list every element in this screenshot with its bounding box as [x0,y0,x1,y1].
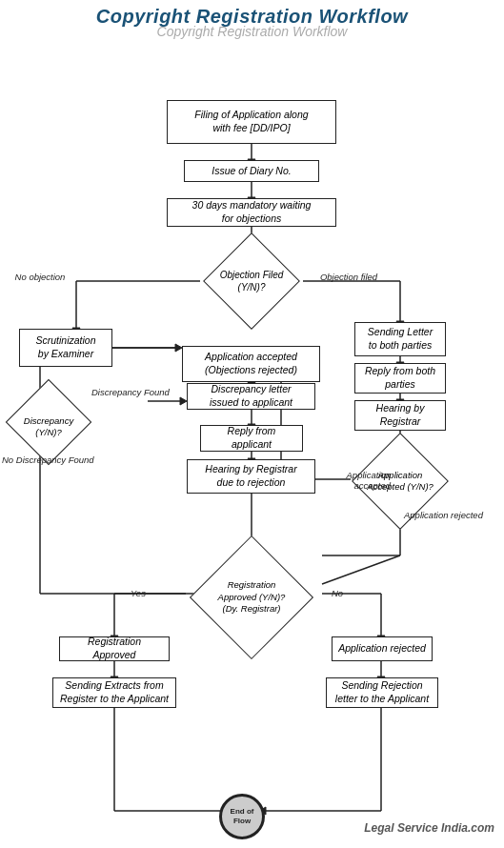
no-discrepancy-label: No Discrepancy Found [2,454,97,465]
end-circle: End of Flow [219,794,265,839]
reply-both-box: Reply from both parties [354,363,446,394]
svg-marker-23 [180,397,187,405]
discrepancy-found-label: Discrepancy Found [91,387,177,397]
watermark: Legal Service India.com [364,821,494,835]
reg-approved-diamond: Registration Approved (Y/N)? (Dy. Regist… [186,559,317,636]
scrutiny-box: Scrutinization by Examiner [19,329,112,367]
app-accepted-box: Application accepted (Objections rejecte… [182,346,320,382]
app-rejected-box: Application rejected [332,636,433,661]
no-objection-label: No objection [8,272,72,282]
discrepancy-diamond: Discrepancy (Y/N)? [6,394,91,460]
sending-extracts-box: Sending Extracts from Register to the Ap… [52,677,176,708]
flowchart: Filing of Application along with fee [DD… [0,41,504,846]
diary-box: Issue of Diary No. [184,160,319,182]
reply-applicant-box: Reply from applicant [200,425,303,452]
hearing-rejection-box: Hearing by Registrar due to rejection [187,459,315,494]
reg-approved-box: Registration Approved [59,636,170,661]
hearing-registrar-box: Hearing by Registrar [354,400,446,431]
sending-letter-box: Sending Letter to both parties [354,322,446,356]
filing-box: Filing of Application along with fee [DD… [167,100,336,144]
yes-label: Yes [124,588,152,598]
objection-diamond: Objection Filed (Y/N)? [200,251,303,312]
svg-marker-13 [175,344,182,352]
svg-line-55 [322,555,400,584]
no-label: No [324,588,351,598]
sending-rejection-box: Sending Rejection letter to the Applican… [326,677,438,708]
shadow-title: Copyright Registration Workflow [0,24,504,39]
objection-filed-label: Objection filed [314,272,383,282]
title-area: Copyright Registration Workflow Copyrigh… [0,0,504,41]
app-accepted-label: Application accepted [314,470,391,491]
app-rejected-right-label: Application rejected [404,510,490,520]
waiting-box: 30 days mandatory waiting for objections [167,198,336,227]
discrepancy-letter-box: Discrepancy letter issued to applicant [187,383,315,410]
